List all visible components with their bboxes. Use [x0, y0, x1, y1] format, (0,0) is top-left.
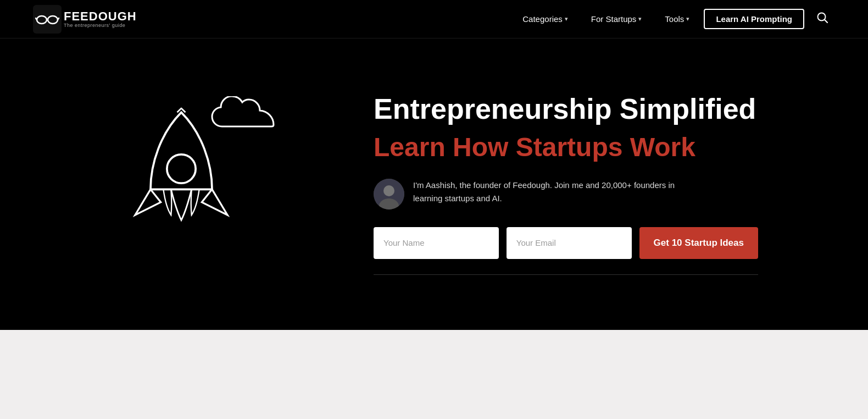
- svg-line-7: [825, 20, 827, 23]
- rocket-icon: [126, 107, 236, 261]
- svg-point-10: [383, 185, 394, 196]
- svg-point-8: [167, 155, 196, 183]
- divider: [374, 274, 758, 275]
- svg-line-4: [36, 18, 37, 20]
- hero-subtitle: Learn How Startups Work: [374, 132, 758, 162]
- get-startup-ideas-button[interactable]: Get 10 Startup Ideas: [639, 227, 758, 259]
- email-input[interactable]: [507, 227, 632, 259]
- main-nav: Categories ▾ For Startups ▾ Tools ▾ Lear…: [514, 7, 835, 31]
- avatar: [374, 179, 404, 210]
- logo-text: FEEDOUGH: [64, 10, 137, 23]
- founder-description: I'm Aashish, the founder of Feedough. Jo…: [413, 179, 688, 205]
- learn-ai-prompting-button[interactable]: Learn AI Prompting: [704, 9, 804, 29]
- svg-line-5: [58, 18, 59, 20]
- nav-categories[interactable]: Categories ▾: [514, 10, 577, 28]
- founder-row: I'm Aashish, the founder of Feedough. Jo…: [374, 179, 758, 210]
- search-button[interactable]: [810, 7, 835, 31]
- name-input[interactable]: [374, 227, 499, 259]
- hero-illustration: [33, 91, 374, 278]
- chevron-down-icon: ▾: [565, 15, 568, 23]
- nav-for-startups[interactable]: For Startups ▾: [582, 10, 651, 28]
- nav-tools[interactable]: Tools ▾: [656, 10, 698, 28]
- logo[interactable]: FEEDOUGH The entrepreneurs' guide: [33, 5, 137, 34]
- hero-content: Entrepreneurship Simplified Learn How St…: [374, 93, 758, 274]
- bottom-section: [0, 330, 868, 419]
- hero-section: Entrepreneurship Simplified Learn How St…: [0, 38, 868, 330]
- cta-row: Get 10 Startup Ideas: [374, 227, 758, 259]
- header: FEEDOUGH The entrepreneurs' guide Catego…: [0, 0, 868, 38]
- hero-title: Entrepreneurship Simplified: [374, 93, 758, 125]
- logo-subtitle: The entrepreneurs' guide: [64, 23, 137, 28]
- chevron-down-icon: ▾: [686, 15, 689, 23]
- chevron-down-icon: ▾: [638, 15, 642, 23]
